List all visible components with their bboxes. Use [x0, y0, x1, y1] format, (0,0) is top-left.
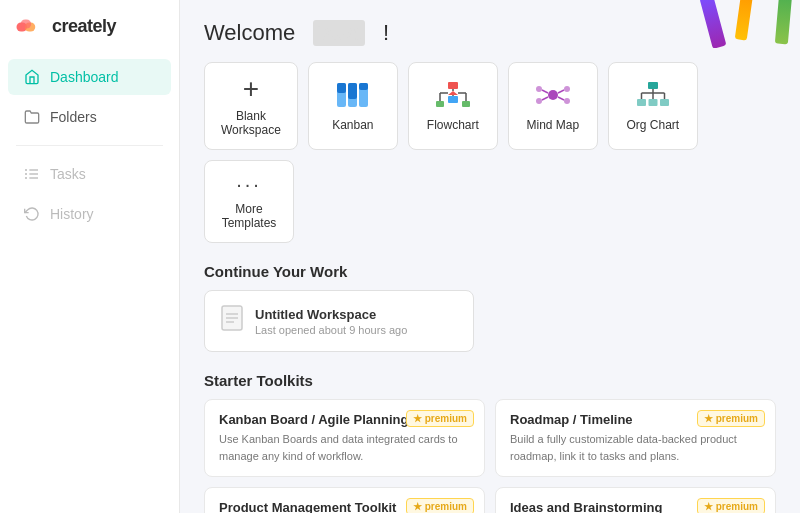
kanban-button[interactable]: Kanban [308, 62, 398, 150]
svg-point-7 [25, 173, 27, 175]
welcome-name: Dave [313, 20, 364, 46]
toolkit-product-mgmt[interactable]: ★ premium Product Management Toolkit Ide… [204, 487, 485, 513]
folders-label: Folders [50, 109, 97, 125]
history-icon [24, 206, 40, 222]
orgchart-label: Org Chart [626, 118, 679, 132]
starter-toolkits-title: Starter Toolkits [204, 372, 776, 389]
sidebar-item-folders[interactable]: Folders [8, 99, 171, 135]
home-icon [24, 69, 40, 85]
tasks-icon [24, 166, 40, 182]
svg-line-31 [542, 90, 548, 93]
mindmap-label: Mind Map [526, 118, 579, 132]
svg-line-34 [558, 97, 564, 100]
svg-rect-12 [348, 83, 357, 99]
premium-badge: ★ premium [697, 410, 765, 427]
svg-rect-15 [448, 82, 458, 89]
svg-point-30 [564, 98, 570, 104]
toolkits-grid: ★ premium Kanban Board / Agile Planning … [204, 399, 776, 513]
svg-rect-2 [21, 19, 32, 28]
workspace-subtitle: Last opened about 9 hours ago [255, 324, 407, 336]
svg-line-32 [542, 97, 548, 100]
svg-point-6 [25, 169, 27, 171]
folder-icon [24, 109, 40, 125]
toolkit-brainstorming[interactable]: ★ premium Ideas and Brainstorming Mind-m… [495, 487, 776, 513]
more-icon: ··· [236, 173, 262, 196]
orgchart-icon [635, 81, 671, 112]
svg-rect-17 [448, 96, 458, 103]
flowchart-icon [435, 81, 471, 112]
orgchart-button[interactable]: Org Chart [608, 62, 698, 150]
blank-workspace-label: BlankWorkspace [221, 109, 281, 137]
toolkit-desc: Build a fully customizable data-backed p… [510, 431, 761, 464]
welcome-heading: Welcome Dave ! [204, 20, 776, 46]
welcome-prefix: Welcome [204, 20, 295, 46]
svg-rect-14 [359, 83, 368, 90]
toolkit-desc: Use Kanban Boards and data integrated ca… [219, 431, 470, 464]
history-label: History [50, 206, 94, 222]
svg-rect-20 [436, 101, 444, 107]
logo-icon [16, 18, 44, 36]
sidebar-item-dashboard[interactable]: Dashboard [8, 59, 171, 95]
welcome-suffix: ! [383, 20, 389, 46]
premium-badge: ★ premium [406, 498, 474, 513]
kanban-icon [335, 81, 371, 112]
sidebar-item-tasks[interactable]: Tasks [8, 156, 171, 192]
svg-rect-37 [648, 99, 657, 106]
continue-work-title: Continue Your Work [204, 263, 776, 280]
sidebar-item-history[interactable]: History [8, 196, 171, 232]
svg-point-26 [548, 90, 558, 100]
mindmap-button[interactable]: Mind Map [508, 62, 598, 150]
svg-point-8 [25, 177, 27, 179]
premium-badge: ★ premium [406, 410, 474, 427]
toolkit-roadmap[interactable]: ★ premium Roadmap / Timeline Build a ful… [495, 399, 776, 477]
toolkit-kanban-agile[interactable]: ★ premium Kanban Board / Agile Planning … [204, 399, 485, 477]
tasks-label: Tasks [50, 166, 86, 182]
sidebar: creately Dashboard Folders Tasks Hi [0, 0, 180, 513]
nav-divider [16, 145, 163, 146]
dashboard-label: Dashboard [50, 69, 119, 85]
logo-area: creately [0, 0, 179, 57]
more-templates-button[interactable]: ··· MoreTemplates [204, 160, 294, 243]
svg-point-27 [536, 86, 542, 92]
document-icon [221, 305, 243, 337]
workspace-title: Untitled Workspace [255, 307, 407, 322]
continue-work-info: Untitled Workspace Last opened about 9 h… [255, 307, 407, 336]
svg-rect-38 [660, 99, 669, 106]
quick-actions: + BlankWorkspace Kanban [204, 62, 776, 243]
flowchart-button[interactable]: Flowchart [408, 62, 498, 150]
more-templates-label: MoreTemplates [222, 202, 277, 230]
main-content: Welcome Dave ! + BlankWorkspace Kanban [180, 0, 800, 513]
svg-rect-23 [462, 101, 470, 107]
svg-rect-35 [648, 82, 658, 89]
svg-rect-10 [337, 83, 346, 93]
svg-rect-36 [637, 99, 646, 106]
svg-point-29 [564, 86, 570, 92]
mindmap-icon [535, 81, 571, 112]
svg-point-28 [536, 98, 542, 104]
svg-marker-16 [448, 91, 458, 95]
premium-badge: ★ premium [697, 498, 765, 513]
logo-text: creately [52, 16, 116, 37]
blank-workspace-button[interactable]: + BlankWorkspace [204, 62, 298, 150]
kanban-label: Kanban [332, 118, 373, 132]
svg-line-33 [558, 90, 564, 93]
plus-icon: + [243, 75, 259, 103]
flowchart-label: Flowchart [427, 118, 479, 132]
continue-work-card[interactable]: Untitled Workspace Last opened about 9 h… [204, 290, 474, 352]
